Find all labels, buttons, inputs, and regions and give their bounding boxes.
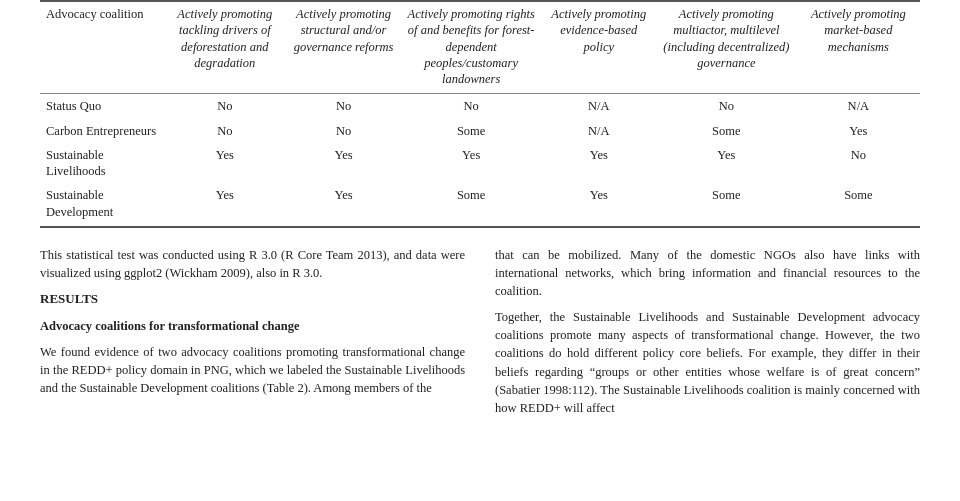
- col-header-structural: Actively promoting structural and/or gov…: [286, 1, 400, 94]
- cell-sl-4: Yes: [542, 143, 656, 184]
- cell-sq-1: No: [163, 94, 286, 119]
- cell-sl-2: Yes: [286, 143, 400, 184]
- cell-ce-5: Some: [656, 119, 797, 143]
- col-header-drivers: Actively promoting tackling drivers of d…: [163, 1, 286, 94]
- cell-sd-4: Yes: [542, 183, 656, 227]
- cell-ce-2: No: [286, 119, 400, 143]
- cell-sq-5: No: [656, 94, 797, 119]
- row-name-status-quo: Status Quo: [40, 94, 163, 119]
- table-row: Sustainable Livelihoods Yes Yes Yes Yes …: [40, 143, 920, 184]
- col-header-evidence: Actively promoting evidence-based policy: [542, 1, 656, 94]
- text-section: This statistical test was conducted usin…: [0, 228, 960, 425]
- cell-sd-2: Yes: [286, 183, 400, 227]
- right-paragraph-1: that can be mobilized. Many of the domes…: [495, 246, 920, 300]
- cell-sd-1: Yes: [163, 183, 286, 227]
- col-header-coalition: Advocacy coalition: [40, 1, 163, 94]
- table-row: Sustainable Development Yes Yes Some Yes…: [40, 183, 920, 227]
- row-name-sl: Sustainable Livelihoods: [40, 143, 163, 184]
- text-column-right: that can be mobilized. Many of the domes…: [495, 246, 920, 425]
- right-paragraph-2: Together, the Sustainable Livelihoods an…: [495, 308, 920, 417]
- cell-ce-4: N/A: [542, 119, 656, 143]
- advocacy-table: Advocacy coalition Actively promoting ta…: [40, 0, 920, 228]
- cell-ce-1: No: [163, 119, 286, 143]
- cell-sq-3: No: [401, 94, 542, 119]
- cell-sd-3: Some: [401, 183, 542, 227]
- col-header-multiactor: Actively promoting multiactor, multileve…: [656, 1, 797, 94]
- cell-sl-5: Yes: [656, 143, 797, 184]
- table-section: Advocacy coalition Actively promoting ta…: [0, 0, 960, 228]
- advocacy-subheading: Advocacy coalitions for transformational…: [40, 317, 465, 335]
- cell-ce-3: Some: [401, 119, 542, 143]
- results-heading: RESULTS: [40, 290, 465, 309]
- cell-sq-4: N/A: [542, 94, 656, 119]
- cell-ce-6: Yes: [797, 119, 920, 143]
- table-row: Status Quo No No No N/A No N/A: [40, 94, 920, 119]
- advocacy-subheading-text: Advocacy coalitions for transformational…: [40, 319, 299, 333]
- cell-sl-6: No: [797, 143, 920, 184]
- advocacy-paragraph: We found evidence of two advocacy coalit…: [40, 343, 465, 397]
- cell-sq-6: N/A: [797, 94, 920, 119]
- cell-sq-2: No: [286, 94, 400, 119]
- text-column-left: This statistical test was conducted usin…: [40, 246, 465, 425]
- page: Advocacy coalition Actively promoting ta…: [0, 0, 960, 425]
- row-name-carbon: Carbon Entrepreneurs: [40, 119, 163, 143]
- cell-sd-6: Some: [797, 183, 920, 227]
- col-header-market: Actively promoting market-based mechanis…: [797, 1, 920, 94]
- cell-sl-3: Yes: [401, 143, 542, 184]
- row-name-sd: Sustainable Development: [40, 183, 163, 227]
- table-row: Carbon Entrepreneurs No No Some N/A Some…: [40, 119, 920, 143]
- col-header-rights: Actively promoting rights of and benefit…: [401, 1, 542, 94]
- table-header-row: Advocacy coalition Actively promoting ta…: [40, 1, 920, 94]
- cell-sd-5: Some: [656, 183, 797, 227]
- cell-sl-1: Yes: [163, 143, 286, 184]
- stats-paragraph: This statistical test was conducted usin…: [40, 246, 465, 282]
